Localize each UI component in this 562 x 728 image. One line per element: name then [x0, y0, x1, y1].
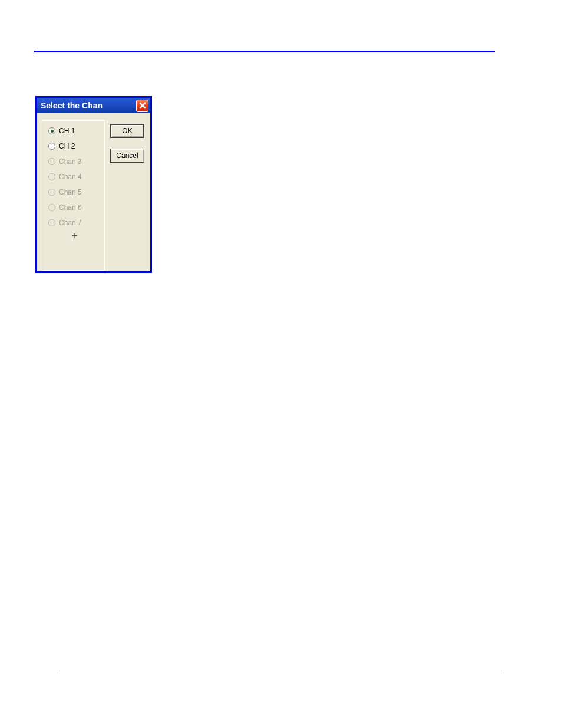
radio-item-ch3: Chan 3 — [48, 157, 101, 166]
top-horizontal-rule — [34, 51, 495, 52]
radio-item-ch4: Chan 4 — [48, 173, 101, 181]
radio-icon — [48, 219, 55, 226]
channel-radio-group: CH 1CH 2Chan 3Chan 4Chan 5Chan 6Chan 7+ — [42, 120, 105, 271]
radio-dot-icon — [51, 130, 54, 133]
ok-button[interactable]: OK — [110, 124, 144, 138]
plus-icon: + — [48, 230, 101, 241]
radio-item-ch1[interactable]: CH 1 — [48, 127, 101, 135]
dialog-button-column: OK Cancel — [105, 120, 144, 271]
radio-item-ch5: Chan 5 — [48, 188, 101, 196]
radio-icon — [48, 173, 55, 180]
radio-label: Chan 5 — [59, 188, 82, 196]
dialog-body: CH 1CH 2Chan 3Chan 4Chan 5Chan 6Chan 7+ … — [37, 113, 150, 271]
radio-item-ch2[interactable]: CH 2 — [48, 142, 101, 150]
radio-label: Chan 4 — [59, 173, 82, 181]
radio-icon — [48, 158, 55, 165]
radio-icon — [48, 127, 55, 134]
radio-label: CH 2 — [59, 142, 75, 150]
radio-label: Chan 3 — [59, 157, 82, 166]
bottom-horizontal-rule — [59, 671, 502, 671]
cancel-button[interactable]: Cancel — [110, 149, 144, 163]
radio-icon — [48, 204, 55, 211]
close-button[interactable] — [136, 100, 148, 112]
radio-item-ch6: Chan 6 — [48, 203, 101, 212]
radio-icon — [48, 143, 55, 150]
dialog-titlebar: Select the Chan — [37, 98, 150, 113]
radio-label: CH 1 — [59, 127, 75, 135]
radio-item-ch7: Chan 7 — [48, 219, 101, 227]
close-icon — [139, 102, 146, 109]
radio-label: Chan 7 — [59, 219, 82, 227]
radio-icon — [48, 189, 55, 196]
radio-label: Chan 6 — [59, 203, 82, 212]
select-channel-dialog: Select the Chan CH 1CH 2Chan 3Chan 4Chan… — [35, 96, 152, 273]
dialog-title: Select the Chan — [41, 101, 103, 110]
